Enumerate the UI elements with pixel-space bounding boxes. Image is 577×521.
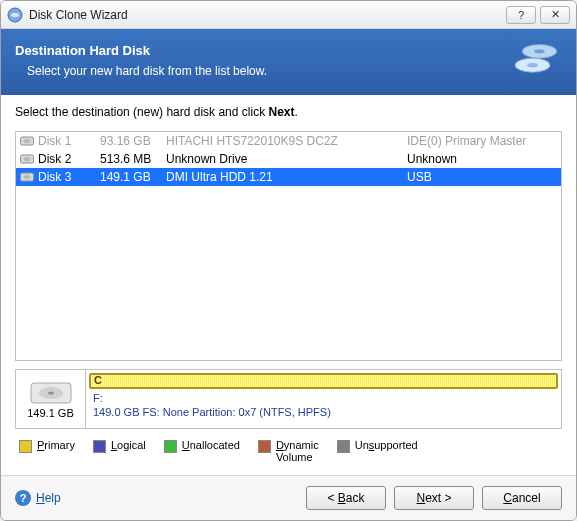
disk-size: 513.6 MB: [100, 152, 166, 166]
close-window-button[interactable]: ✕: [540, 6, 570, 24]
detail-thumbnail: 149.1 GB: [16, 370, 86, 428]
disk-size: 93.16 GB: [100, 134, 166, 148]
disk-name: Disk 2: [38, 152, 100, 166]
hdd-icon: [20, 135, 34, 147]
swatch-dynamic: [258, 440, 271, 453]
hdd-icon: [20, 171, 34, 183]
instruction-text: Select the destination (new) hard disk a…: [15, 105, 562, 119]
svg-point-9: [24, 157, 31, 161]
disk-icon: [29, 379, 73, 407]
disk-row[interactable]: Disk 2513.6 MBUnknown DriveUnknown: [16, 150, 561, 168]
legend-unsupported: Unsupported: [337, 439, 418, 453]
disk-name: Disk 1: [38, 134, 100, 148]
wizard-window: Disk Clone Wizard ? ✕ Destination Hard D…: [0, 0, 577, 521]
svg-point-11: [24, 175, 31, 179]
app-icon: [7, 7, 23, 23]
content-area: Select the destination (new) hard disk a…: [1, 95, 576, 475]
footer: ? Help < Back Next > Cancel: [1, 475, 576, 520]
help-icon: ?: [15, 490, 31, 506]
partition-label: C: [94, 374, 102, 386]
legend-primary: Primary: [19, 439, 75, 453]
partition-drive: F:: [93, 391, 554, 405]
partition-info: F: 149.0 GB FS: None Partition: 0x7 (NTF…: [89, 389, 558, 421]
disk-bus: Unknown: [407, 152, 557, 166]
svg-point-5: [527, 63, 537, 67]
legend-dynamic: DynamicVolume: [258, 439, 319, 463]
disk-detail: 149.1 GB C F: 149.0 GB FS: None Partitio…: [15, 369, 562, 429]
disk-model: DMI Ultra HDD 1.21: [166, 170, 407, 184]
detail-size: 149.1 GB: [27, 407, 73, 419]
disk-row: Disk 193.16 GBHITACHI HTS722010K9S DC2ZI…: [16, 132, 561, 150]
legend: Primary Logical Unallocated DynamicVolum…: [15, 429, 562, 467]
banner-heading: Destination Hard Disk: [15, 43, 502, 58]
hdd-icon: [20, 153, 34, 165]
disk-list[interactable]: Disk 193.16 GBHITACHI HTS722010K9S DC2ZI…: [15, 131, 562, 361]
swatch-logical: [93, 440, 106, 453]
next-button[interactable]: Next >: [394, 486, 474, 510]
disk-model: Unknown Drive: [166, 152, 407, 166]
disk-bus: IDE(0) Primary Master: [407, 134, 557, 148]
disk-bus: USB: [407, 170, 557, 184]
cancel-button[interactable]: Cancel: [482, 486, 562, 510]
svg-point-1: [11, 12, 19, 16]
disk-name: Disk 3: [38, 170, 100, 184]
svg-point-7: [24, 139, 31, 143]
legend-unallocated: Unallocated: [164, 439, 240, 453]
swatch-unsupported: [337, 440, 350, 453]
help-link[interactable]: ? Help: [15, 490, 61, 506]
disk-row[interactable]: Disk 3149.1 GBDMI Ultra HDD 1.21USB: [16, 168, 561, 186]
partition-bar[interactable]: C: [89, 373, 558, 389]
swatch-unallocated: [164, 440, 177, 453]
disks-icon: [510, 39, 562, 81]
back-button[interactable]: < Back: [306, 486, 386, 510]
legend-logical: Logical: [93, 439, 146, 453]
help-window-button[interactable]: ?: [506, 6, 536, 24]
titlebar: Disk Clone Wizard ? ✕: [1, 1, 576, 29]
svg-point-14: [48, 392, 54, 395]
swatch-primary: [19, 440, 32, 453]
window-title: Disk Clone Wizard: [29, 8, 128, 22]
svg-point-3: [534, 49, 544, 53]
banner: Destination Hard Disk Select your new ha…: [1, 29, 576, 95]
partition-fs: 149.0 GB FS: None Partition: 0x7 (NTFS, …: [93, 405, 554, 419]
banner-sub: Select your new hard disk from the list …: [15, 64, 502, 78]
disk-model: HITACHI HTS722010K9S DC2Z: [166, 134, 407, 148]
disk-size: 149.1 GB: [100, 170, 166, 184]
